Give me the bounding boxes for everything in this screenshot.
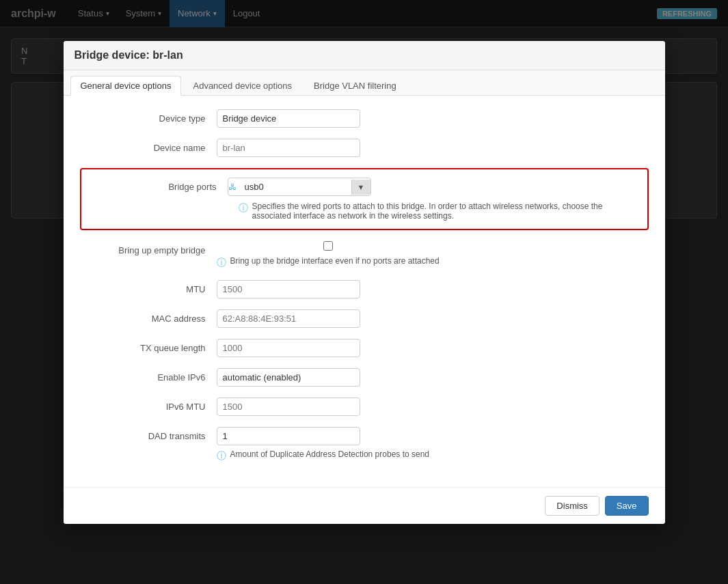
tx-queue-group: TX queue length — [80, 339, 649, 357]
bridge-ports-help: ⓘ Specifies the wired ports to attach to… — [239, 201, 638, 221]
modal-header: Bridge device: br-lan — [64, 41, 665, 70]
dad-transmits-input[interactable] — [217, 427, 360, 445]
bridge-ports-control: 🖧 usb0 ▼ — [228, 178, 638, 196]
mac-address-group: MAC address — [80, 309, 649, 328]
help-icon-3: ⓘ — [217, 450, 226, 462]
dad-transmits-label: DAD transmits — [80, 427, 217, 441]
enable-ipv6-group: Enable IPv6 automatic (enabled) — [80, 368, 649, 387]
modal: Bridge device: br-lan General device opt… — [64, 41, 665, 524]
bridge-ports-inner: Bridge ports 🖧 usb0 ▼ — [91, 178, 638, 196]
network-icon: 🖧 — [228, 182, 237, 192]
save-button[interactable]: Save — [605, 496, 649, 516]
bring-up-empty-row — [323, 241, 333, 251]
modal-title: Bridge device: br-lan — [75, 49, 183, 61]
bring-up-help: ⓘ Bring up the bridge interface even if … — [217, 256, 440, 269]
modal-footer: Dismiss Save — [64, 487, 665, 524]
mtu-group: MTU — [80, 280, 649, 298]
help-icon-2: ⓘ — [217, 257, 226, 269]
dad-help: ⓘ Amount of Duplicate Address Detection … — [217, 449, 430, 462]
device-type-select[interactable]: Bridge device — [217, 109, 360, 128]
device-name-label: Device name — [80, 139, 217, 153]
device-type-label: Device type — [80, 109, 217, 124]
bring-up-empty-group: Bring up empty bridge ⓘ Bring up the bri… — [80, 241, 649, 269]
tab-bridge-vlan[interactable]: Bridge VLAN filtering — [304, 76, 407, 95]
tab-advanced[interactable]: Advanced device options — [183, 76, 302, 95]
bridge-ports-select-wrapper: 🖧 usb0 ▼ — [228, 178, 371, 196]
device-name-input[interactable] — [217, 139, 360, 157]
mac-address-label: MAC address — [80, 309, 217, 324]
dad-transmits-group: DAD transmits ⓘ Amount of Duplicate Addr… — [80, 427, 649, 462]
bring-up-empty-checkbox[interactable] — [323, 241, 333, 251]
mtu-input[interactable] — [217, 280, 360, 298]
bridge-ports-select[interactable]: usb0 — [239, 178, 351, 195]
bring-up-empty-wrapper: ⓘ Bring up the bridge interface even if … — [217, 241, 440, 269]
tx-queue-label: TX queue length — [80, 339, 217, 353]
mac-address-input[interactable] — [217, 309, 360, 328]
enable-ipv6-label: Enable IPv6 — [80, 368, 217, 383]
ipv6-mtu-label: IPv6 MTU — [80, 398, 217, 412]
tx-queue-input[interactable] — [217, 339, 360, 357]
dismiss-button[interactable]: Dismiss — [545, 496, 599, 516]
bring-up-empty-label: Bring up empty bridge — [80, 241, 217, 255]
enable-ipv6-select[interactable]: automatic (enabled) — [217, 368, 360, 387]
modal-overlay: Bridge device: br-lan General device opt… — [0, 0, 728, 584]
modal-body: Device type Bridge device Device name Br… — [64, 96, 665, 487]
select-arrow-button[interactable]: ▼ — [351, 180, 370, 195]
mtu-label: MTU — [80, 280, 217, 294]
help-icon: ⓘ — [239, 202, 248, 214]
ipv6-mtu-input[interactable] — [217, 398, 360, 416]
device-name-group: Device name — [80, 139, 649, 157]
tabs: General device options Advanced device o… — [64, 70, 665, 96]
bridge-ports-section: Bridge ports 🖧 usb0 ▼ ⓘ Specifies the w — [80, 168, 649, 230]
device-type-group: Device type Bridge device — [80, 109, 649, 128]
dad-transmits-wrapper: ⓘ Amount of Duplicate Address Detection … — [217, 427, 430, 462]
tab-general[interactable]: General device options — [70, 76, 182, 96]
ipv6-mtu-group: IPv6 MTU — [80, 398, 649, 416]
bridge-ports-label: Bridge ports — [91, 178, 228, 192]
